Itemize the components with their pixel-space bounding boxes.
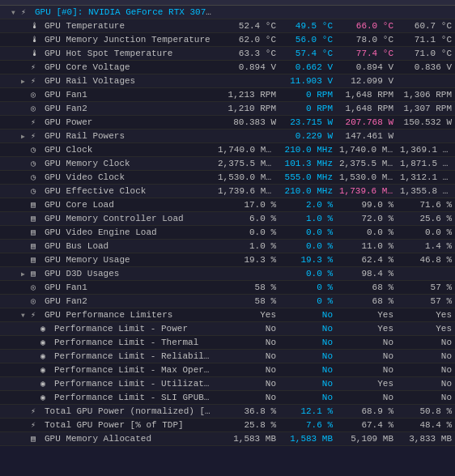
table-row[interactable]: ▼⚡GPU [#0]: NVIDIA GeForce RTX 3070 Ti: [0,6,455,19]
table-row[interactable]: ◉Performance Limit - UtilizationNoNoYesN… [0,377,455,391]
sensor-type-icon: ◎ [31,296,42,306]
sensor-cell: ◎GPU Fan2 [0,102,215,116]
average-value: 1,312.1 MHz [397,171,455,185]
average-value: 1.4 % [397,240,455,253]
table-row[interactable]: ▶⚡GPU Rail Powers0.229 W147.461 W [0,130,455,143]
table-row[interactable]: ▤GPU Bus Load1.0 %0.0 %11.0 %1.4 % [0,240,455,253]
average-value: No [397,377,455,391]
sensor-cell: ▼⚡GPU [#0]: NVIDIA GeForce RTX 3070 Ti: [0,6,215,19]
maximum-value: 67.4 % [336,419,397,432]
table-row[interactable]: ◉Performance Limit - Max Operating Volt.… [0,363,455,377]
table-row[interactable]: ⚡GPU Power80.383 W23.715 W207.768 W150.5… [0,116,455,130]
table-row[interactable]: ◎GPU Fan21,210 RPM0 RPM1,648 RPM1,307 RP… [0,102,455,116]
sensor-label: GPU Performance Limiters [45,310,172,320]
table-row[interactable]: ◉Performance Limit - Reliability Voltage… [0,350,455,363]
table-row[interactable]: ▼⚡GPU Performance LimitersYesNoYesYes [0,308,455,322]
average-value: No [397,350,455,363]
table-row[interactable]: ⚡Total GPU Power [% of TDP]25.8 %7.6 %67… [0,419,455,432]
minimum-value: 56.0 °C [279,33,336,47]
average-value: 71.1 °C [397,33,455,47]
sensor-label: GPU Temperature [45,21,125,31]
maximum-value: 99.0 % [336,198,397,212]
minimum-value: 57.4 °C [279,47,336,61]
table-row[interactable]: ◉Performance Limit - ThermalNoNoNoNo [0,336,455,350]
average-value: 46.8 % [397,253,455,267]
table-row[interactable]: ▶▤GPU D3D Usages0.0 %98.4 % [0,267,455,281]
sensor-cell: ◎GPU Fan2 [0,295,215,308]
table-row[interactable]: 🌡GPU Memory Junction Temperature62.0 °C5… [0,33,455,47]
table-row[interactable]: ◎GPU Fan158 %0 %68 %57 % [0,281,455,295]
expand-icon[interactable]: ▶ [21,270,29,278]
maximum-value: 78.0 °C [336,33,397,47]
current-value: 6.0 % [215,212,279,226]
table-row[interactable]: ◷GPU Memory Clock2,375.5 MHz101.3 MHz2,3… [0,157,455,171]
average-value: 150.532 W [397,116,455,130]
current-value: No [215,377,279,391]
average-value: 0.0 % [397,226,455,240]
current-value: 58 % [215,281,279,295]
maximum-value: 62.4 % [336,253,397,267]
sensor-type-icon: ◎ [31,104,42,113]
sensor-cell: ▶⚡GPU Rail Voltages [0,74,215,88]
maximum-value: Yes [336,377,397,391]
expand-icon[interactable]: ▶ [21,78,29,85]
table-row[interactable]: ◷GPU Effective Clock1,739.6 MHz210.0 MHz… [0,185,455,198]
minimum-value: No [279,363,336,377]
sensor-type-icon: 🌡 [31,21,42,31]
expand-icon[interactable]: ▼ [11,9,19,16]
sensor-cell: ▤GPU Core Load [0,198,215,212]
sensor-type-icon: ◷ [31,145,42,155]
table-row[interactable]: ▤GPU Memory Usage19.3 %19.3 %62.4 %46.8 … [0,253,455,267]
average-value: 3,833 MB [397,432,455,446]
table-row[interactable]: ◎GPU Fan11,213 RPM0 RPM1,648 RPM1,306 RP… [0,88,455,102]
current-value [215,130,279,143]
minimum-value: 49.5 °C [279,19,336,33]
sensor-type-icon: ▤ [31,255,42,265]
sensor-type-icon: ◉ [40,324,52,334]
table-row[interactable]: ◷GPU Video Clock1,530.0 MHz555.0 MHz1,53… [0,171,455,185]
table-row[interactable]: ⚡GPU Core Voltage0.894 V0.662 V0.894 V0.… [0,61,455,74]
current-value: 62.0 °C [215,33,279,47]
current-value: 19.3 % [215,253,279,267]
average-value: 1,871.5 MHz [397,157,455,171]
table-row[interactable]: ◷GPU Clock1,740.0 MHz210.0 MHz1,740.0 MH… [0,143,455,157]
minimum-value: 19.3 % [279,253,336,267]
maximum-value: 1,740.0 MHz [336,143,397,157]
sensor-label: Performance Limit - Utilization [54,379,215,389]
maximum-value: 2,375.5 MHz [336,157,397,171]
table-row[interactable]: ▤GPU Video Engine Load0.0 %0.0 %0.0 %0.0… [0,226,455,240]
maximum-value: 1,648 RPM [336,88,397,102]
table-row[interactable]: ▤GPU Memory Allocated1,583 MB1,583 MB5,1… [0,432,455,446]
table-row[interactable]: ▤GPU Memory Controller Load6.0 %1.0 %72.… [0,212,455,226]
table-row[interactable]: 🌡GPU Hot Spot Temperature63.3 °C57.4 °C7… [0,47,455,61]
maximum-value: 147.461 W [336,130,397,143]
table-row[interactable]: ◎GPU Fan258 %0 %68 %57 % [0,295,455,308]
minimum-value: 0 % [279,281,336,295]
table-row[interactable]: ▤GPU Core Load17.0 %2.0 %99.0 %71.6 % [0,198,455,212]
table-row[interactable]: ⚡Total GPU Power (normalized) [% of TDP]… [0,405,455,419]
sensor-cell: ⚡Total GPU Power (normalized) [% of TDP] [0,405,215,419]
sensor-label: Performance Limit - Thermal [54,338,198,347]
sensor-label: GPU D3D Usages [45,269,119,278]
table-row[interactable]: 🌡GPU Temperature52.4 °C49.5 °C66.0 °C60.… [0,19,455,33]
table-row[interactable]: ◉Performance Limit - PowerNoNoYesYes [0,322,455,336]
sensor-label: GPU Power [45,117,92,127]
sensor-type-icon: ▤ [31,200,42,210]
sensor-type-icon: ◉ [40,393,52,402]
sensor-cell: ◎GPU Fan1 [0,88,215,102]
maximum-value: 11.0 % [336,240,397,253]
sensor-type-icon: 🌡 [31,35,42,45]
sensor-label: GPU Video Engine Load [45,227,157,237]
average-value: 1,307 RPM [397,102,455,116]
expand-icon[interactable]: ▼ [21,312,29,319]
sensor-type-icon: ⚡ [31,131,42,141]
sensor-type-icon: ▤ [31,241,42,251]
expand-icon[interactable]: ▶ [21,133,29,140]
table-row[interactable]: ◉Performance Limit - SLI GPUBoost SyncNo… [0,391,455,405]
sensor-cell: ◉Performance Limit - Power [0,322,215,336]
sensor-label: GPU Memory Junction Temperature [45,35,210,45]
table-row[interactable]: ▶⚡GPU Rail Voltages11.903 V12.099 V [0,74,455,88]
sensor-cell: 🌡GPU Memory Junction Temperature [0,33,215,47]
minimum-value: 210.0 MHz [279,143,336,157]
sensor-type-icon: ⚡ [31,62,42,72]
